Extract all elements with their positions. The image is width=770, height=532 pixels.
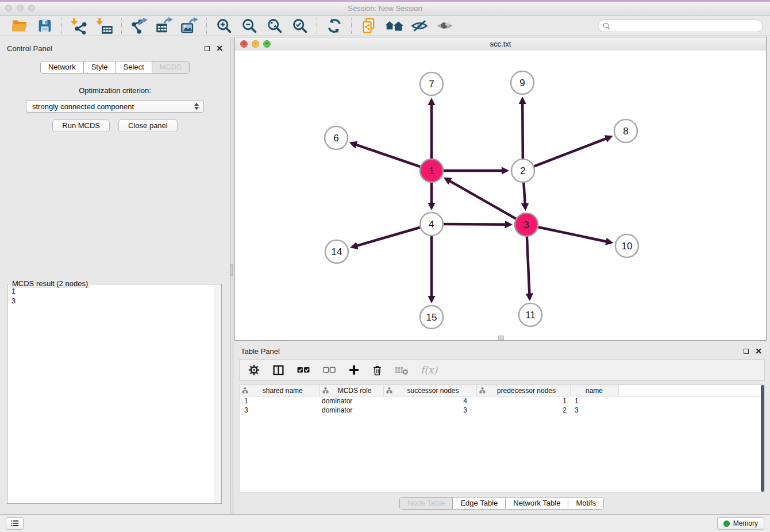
tab-edge-table[interactable]: Edge Table (453, 498, 506, 509)
select-all-button[interactable] (297, 365, 310, 375)
toolbar-separator (351, 18, 352, 34)
canvas-resize-handle[interactable] (498, 336, 504, 340)
graph-node-8[interactable]: 8 (614, 119, 637, 142)
toolbar-separator (317, 18, 318, 34)
graph-node-4[interactable]: 4 (420, 213, 443, 236)
import-network-button[interactable] (69, 17, 90, 35)
zoom-fit-button[interactable] (264, 17, 285, 35)
graph-edge-3-10[interactable] (536, 227, 611, 243)
svg-text:10: 10 (622, 241, 633, 252)
float-table-panel-icon[interactable] (744, 349, 749, 354)
graph-node-1[interactable]: 1 (420, 159, 443, 182)
graph-node-9[interactable]: 9 (511, 71, 534, 94)
float-panel-icon[interactable] (205, 46, 210, 51)
svg-text:4: 4 (429, 219, 434, 230)
graph-edge-3-11[interactable] (527, 234, 530, 299)
graph-node-7[interactable]: 7 (420, 72, 443, 95)
tab-network-table[interactable]: Network Table (506, 498, 568, 509)
export-image-button[interactable] (179, 17, 200, 35)
select-stepper-icon (194, 103, 199, 110)
status-menu-button[interactable] (6, 517, 24, 530)
export-image-icon (181, 17, 198, 34)
search-field[interactable] (598, 20, 763, 32)
column-header-name[interactable]: name (570, 385, 618, 396)
memory-label: Memory (733, 519, 758, 527)
node-table: shared name MCDS role (239, 384, 765, 492)
eye-icon (436, 18, 453, 33)
zoom-out-button[interactable] (239, 17, 260, 35)
apply-function-button[interactable]: f(x) (421, 364, 437, 376)
column-header-successor-nodes[interactable]: successor nodes (383, 385, 476, 396)
search-icon (603, 22, 610, 30)
close-panel-icon[interactable]: ✕ (216, 44, 223, 52)
criterion-select[interactable]: strongly connected component (26, 100, 204, 113)
svg-text:14: 14 (332, 246, 342, 257)
table-row[interactable]: 1 dominator 4 1 1 (240, 396, 764, 406)
tab-select[interactable]: Select (116, 61, 152, 73)
graph-edge-3-1[interactable] (445, 179, 518, 220)
delete-table-button[interactable] (395, 364, 409, 376)
network-close-button[interactable]: ✕ (240, 40, 248, 48)
graph-edge-2-3[interactable] (523, 180, 525, 209)
network-canvas[interactable]: 1234678910111415 (235, 51, 766, 340)
column-header-shared-name[interactable]: shared name (240, 385, 319, 396)
export-table-button[interactable] (154, 17, 175, 35)
graph-edge-4-14[interactable] (352, 227, 422, 247)
memory-button[interactable]: Memory (717, 517, 764, 530)
tab-mcds[interactable]: MCDS (152, 61, 189, 73)
graph-node-6[interactable]: 6 (325, 126, 348, 149)
network-zoom-button[interactable]: + (263, 40, 271, 48)
search-input[interactable] (613, 20, 763, 32)
tab-motifs[interactable]: Motifs (568, 498, 603, 509)
svg-text:11: 11 (525, 310, 536, 321)
graph-node-2[interactable]: 2 (511, 159, 534, 182)
tab-network[interactable]: Network (41, 61, 84, 73)
hide-button[interactable] (409, 17, 430, 35)
splitter-grip[interactable] (230, 264, 233, 276)
close-panel-button[interactable]: Close panel (118, 119, 178, 132)
graph-node-14[interactable]: 14 (325, 240, 348, 263)
graph-edge-4-3[interactable] (441, 224, 510, 225)
homes-button[interactable] (384, 17, 405, 35)
network-minimize-button[interactable]: − (252, 40, 259, 48)
zoom-in-icon (216, 18, 232, 34)
run-mcds-button[interactable]: Run MCDS (52, 119, 110, 132)
graph-edge-2-9[interactable] (522, 99, 523, 161)
result-scrollbar-track[interactable] (214, 284, 221, 503)
table-toolbar: f(x) (239, 359, 765, 381)
function-icon: f(x) (421, 364, 437, 376)
tab-style[interactable]: Style (84, 61, 116, 73)
graph-node-11[interactable]: 11 (519, 303, 542, 326)
zoom-selected-button[interactable] (290, 17, 310, 35)
deselect-all-button[interactable] (322, 365, 336, 375)
table-scrollbar-thumb[interactable] (761, 385, 764, 492)
import-table-button[interactable] (94, 17, 115, 35)
table-panel: Table Panel ✕ (233, 342, 770, 514)
table-settings-button[interactable] (248, 364, 260, 376)
close-table-panel-icon[interactable]: ✕ (755, 347, 762, 355)
save-session-button[interactable] (34, 17, 55, 35)
show-button[interactable] (434, 17, 455, 35)
zoom-in-button[interactable] (214, 17, 234, 35)
graph-node-10[interactable]: 10 (615, 234, 638, 257)
svg-text:7: 7 (429, 79, 434, 90)
tab-node-table[interactable]: Node Table (400, 498, 453, 509)
column-header-mcds-role[interactable]: MCDS role (319, 385, 383, 396)
svg-text:15: 15 (426, 312, 437, 323)
table-row[interactable]: 3 dominator 3 2 3 (240, 406, 764, 415)
export-network-button[interactable] (129, 17, 149, 35)
graph-edge-2-8[interactable] (532, 137, 611, 167)
network-graph[interactable]: 1234678910111415 (235, 51, 766, 340)
mcds-result-list[interactable]: 1 3 (7, 284, 214, 503)
graph-node-3[interactable]: 3 (515, 213, 538, 236)
graph-edge-1-6[interactable] (351, 143, 422, 167)
toolbar-separator (121, 18, 122, 34)
column-header-predecessor-nodes[interactable]: predecessor nodes (476, 385, 570, 396)
show-columns-button[interactable] (272, 364, 284, 376)
add-column-button[interactable] (348, 364, 360, 376)
delete-column-button[interactable] (372, 364, 383, 376)
graph-node-15[interactable]: 15 (420, 306, 443, 329)
open-session-button[interactable] (9, 17, 30, 35)
share-document-button[interactable] (359, 17, 379, 35)
refresh-button[interactable] (324, 17, 345, 35)
